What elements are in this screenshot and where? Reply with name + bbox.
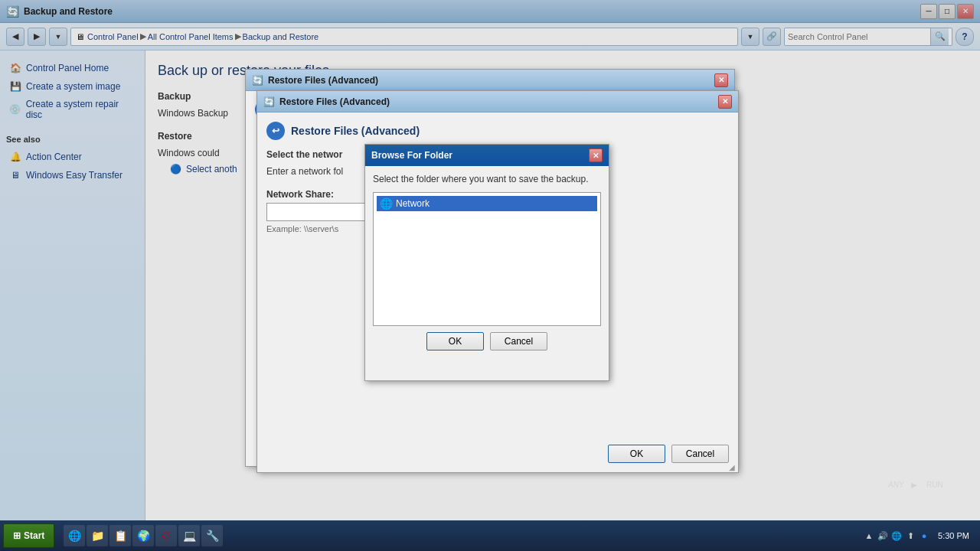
- browse-folder-dialog: Browse For Folder ✕ Select the folder wh…: [364, 144, 609, 381]
- network-tree-item[interactable]: 🌐 Network: [377, 196, 597, 211]
- restore-dialog-back-title-bar: 🔄 Restore Files (Advanced) ✕: [246, 70, 734, 91]
- restore-dialog-back-close[interactable]: ✕: [714, 73, 728, 87]
- taskbar-icon-media[interactable]: 📋: [109, 525, 131, 546]
- browse-ok-button[interactable]: OK: [426, 332, 484, 350]
- taskbar-icon-folder[interactable]: 📁: [87, 525, 108, 546]
- browse-description: Select the folder where you want to save…: [373, 174, 601, 184]
- browse-folder-body: Select the folder where you want to save…: [365, 166, 609, 358]
- taskbar-icon-tools[interactable]: 🔧: [201, 525, 223, 546]
- taskbar-icon-browser[interactable]: 🌍: [132, 525, 154, 546]
- taskbar-tray: ▲ 🔊 🌐 ⬆ ● 5:30 PM: [863, 530, 980, 542]
- browse-tree[interactable]: 🌐 Network: [373, 192, 601, 326]
- taskbar-icon-pc[interactable]: 💻: [178, 525, 200, 546]
- tray-dot-icon[interactable]: ●: [918, 530, 930, 542]
- tray-sound-icon[interactable]: 🔊: [877, 530, 889, 542]
- taskbar-icons: 🌐 📁 📋 🌍 🛡 💻 🔧: [64, 525, 223, 546]
- restore-dialog-front-title-text: Restore Files (Advanced): [279, 96, 390, 107]
- restore-dialog-front-close[interactable]: ✕: [718, 95, 732, 109]
- restore-cancel-button[interactable]: Cancel: [671, 445, 729, 463]
- resize-handle[interactable]: ◢: [729, 463, 737, 471]
- browse-folder-title-bar: Browse For Folder ✕: [365, 145, 609, 166]
- tray-up-arrow[interactable]: ▲: [863, 530, 875, 542]
- browse-folder-close[interactable]: ✕: [589, 148, 603, 162]
- restore-dialog-back-title-text: Restore Files (Advanced): [268, 75, 378, 86]
- restore-dialog-footer: OK Cancel: [608, 445, 729, 463]
- taskbar: ⊞ Start 🌐 📁 📋 🌍 🛡 💻 🔧 ▲ 🔊 🌐 ⬆ ● 5:30 PM: [0, 520, 980, 551]
- restore-dialog-front-title-bar: 🔄 Restore Files (Advanced) ✕: [257, 91, 738, 112]
- tray-network-icon[interactable]: 🌐: [890, 530, 903, 542]
- browse-folder-buttons: OK Cancel: [373, 332, 601, 350]
- start-icon: ⊞: [13, 530, 21, 541]
- network-tree-icon: 🌐: [380, 197, 393, 210]
- start-button[interactable]: ⊞ Start: [3, 523, 54, 548]
- tray-action-icon[interactable]: ⬆: [904, 530, 916, 542]
- system-clock[interactable]: 5:30 PM: [933, 531, 974, 540]
- restore-icon-title: 🔄: [252, 75, 263, 86]
- taskbar-icon-security[interactable]: 🛡: [155, 525, 177, 546]
- tray-icons: ▲ 🔊 🌐 ⬆ ●: [863, 530, 930, 542]
- restore-ok-button[interactable]: OK: [608, 445, 665, 463]
- restore-icon-front: 🔄: [263, 96, 275, 107]
- restore-circle-icon-2: ↩: [266, 122, 285, 140]
- browse-cancel-button[interactable]: Cancel: [490, 332, 547, 350]
- restore-inner-title-front: ↩ Restore Files (Advanced): [266, 122, 729, 140]
- dialog-overlay: 🔄 Restore Files (Advanced) ✕ ↩ Restore F…: [0, 0, 980, 551]
- taskbar-icon-explorer[interactable]: 🌐: [64, 525, 85, 546]
- browse-folder-title-text: Browse For Folder: [371, 150, 452, 161]
